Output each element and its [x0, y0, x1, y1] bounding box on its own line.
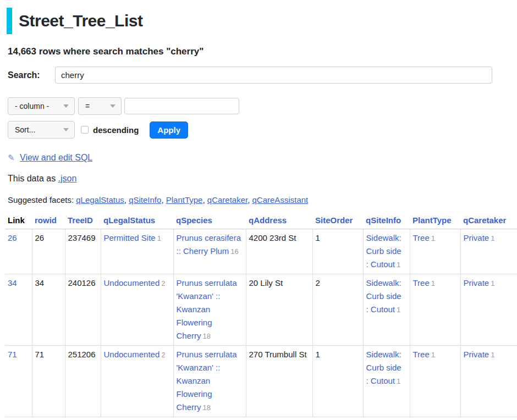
facet-count: 1	[157, 234, 161, 242]
chevron-down-icon	[63, 104, 69, 108]
cell-siteorder: 2	[312, 274, 363, 346]
view-edit-sql-link[interactable]: View and edit SQL	[20, 153, 92, 162]
column-header-siteorder[interactable]: SiteOrder	[312, 213, 363, 229]
cell-caretaker-link[interactable]: Private	[464, 278, 490, 288]
search-input[interactable]	[55, 67, 492, 84]
sort-row: Sort... descending Apply	[8, 121, 509, 139]
row-link[interactable]: 26	[8, 233, 17, 242]
accent-bar	[7, 8, 12, 34]
column-header-qsiteinfo[interactable]: qSiteInfo	[363, 213, 410, 229]
json-link[interactable]: .json	[58, 174, 77, 183]
column-header-qaddress[interactable]: qAddress	[246, 213, 312, 229]
facet-count: 1	[491, 351, 494, 359]
cell-rowid: 34	[32, 274, 65, 346]
facet-link-qcareassistant[interactable]: qCareAssistant	[252, 195, 309, 205]
page-title-text: Street_Tree_List	[19, 12, 142, 30]
cell-legal-link[interactable]: Permitted Site	[104, 233, 156, 242]
cell-address: 270 Trumbull St	[246, 346, 312, 417]
filter-operator-select-value: =	[85, 102, 90, 110]
search-row: Search:	[8, 67, 509, 84]
filter-operator-select[interactable]: =	[78, 97, 122, 115]
facet-count: 16	[230, 247, 238, 256]
column-header-qcaretaker[interactable]: qCaretaker	[460, 213, 517, 229]
results-table: Link rowid TreeID qLegalStatus qSpecies …	[5, 213, 517, 417]
cell-legal-link[interactable]: Undocumented	[104, 350, 160, 359]
facet-count: 1	[397, 261, 400, 269]
cell-rowid: 71	[32, 346, 65, 417]
column-header-qlegalstatus[interactable]: qLegalStatus	[101, 213, 173, 229]
chevron-down-icon	[110, 104, 116, 108]
facet-count: 18	[203, 404, 211, 412]
facet-count: 1	[491, 234, 494, 242]
facet-link-qsiteinfo[interactable]: qSiteInfo	[129, 195, 161, 205]
cell-caretaker-link[interactable]: Private	[464, 233, 490, 242]
page-title: Street_Tree_List	[7, 8, 509, 34]
cell-address: 20 Lily St	[246, 274, 312, 346]
descending-label: descending	[93, 125, 139, 135]
column-header-link: Link	[5, 213, 32, 229]
cell-legal-link[interactable]: Undocumented	[104, 278, 160, 288]
apply-button[interactable]: Apply	[150, 121, 188, 139]
cell-address: 4200 23rd St	[246, 229, 312, 274]
cell-planttype-link[interactable]: Tree	[413, 350, 430, 359]
facet-count: 1	[397, 306, 400, 314]
cell-treeid: 240126	[65, 274, 101, 346]
facet-count: 1	[491, 279, 494, 288]
filter-row: - column - =	[8, 97, 509, 115]
facet-count: 2	[161, 279, 165, 288]
search-label: Search:	[8, 70, 55, 80]
cell-treeid: 251206	[65, 346, 101, 417]
page: Street_Tree_List 14,663 rows where searc…	[0, 8, 517, 417]
facet-count: 1	[431, 234, 435, 242]
cell-species-link[interactable]: Prunus serrulata 'Kwanzan' :: Kwanzan Fl…	[177, 350, 237, 412]
cell-siteorder: 1	[312, 346, 363, 417]
cell-caretaker-link[interactable]: Private	[464, 350, 490, 359]
column-header-qspecies[interactable]: qSpecies	[173, 213, 246, 229]
facet-count: 1	[397, 377, 400, 385]
row-link[interactable]: 71	[8, 350, 17, 359]
pencil-icon: ✎	[8, 153, 15, 162]
cell-planttype-link[interactable]: Tree	[413, 278, 430, 288]
facet-count: 1	[431, 279, 435, 288]
facets-prefix: Suggested facets:	[8, 195, 76, 205]
sort-select[interactable]: Sort...	[8, 121, 75, 139]
chevron-down-icon	[63, 128, 69, 131]
filter-column-select-value: - column -	[15, 102, 49, 110]
cell-rowid: 26	[32, 229, 65, 274]
data-export-line: This data as .json	[8, 174, 509, 184]
facet-count: 2	[161, 351, 165, 359]
column-header-planttype[interactable]: PlantType	[410, 213, 460, 229]
descending-checkbox[interactable]	[81, 126, 89, 134]
sql-line: ✎ View and edit SQL	[8, 153, 509, 163]
column-header-rowid[interactable]: rowid	[32, 213, 65, 229]
table-row: 34 34 240126 Undocumented2 Prunus serrul…	[5, 274, 517, 346]
cell-species-link[interactable]: Prunus serrulata 'Kwanzan' :: Kwanzan Fl…	[177, 278, 237, 340]
table-header-row: Link rowid TreeID qLegalStatus qSpecies …	[5, 213, 517, 229]
cell-planttype-link[interactable]: Tree	[413, 233, 430, 242]
row-count-summary: 14,663 rows where search matches "cherry…	[8, 46, 509, 57]
table-row: 26 26 237469 Permitted Site1 Prunus cera…	[5, 229, 517, 274]
row-link[interactable]: 34	[8, 278, 17, 288]
suggested-facets-line: Suggested facets: qLegalStatus, qSiteInf…	[8, 195, 509, 205]
column-header-treeid[interactable]: TreeID	[65, 213, 101, 229]
filter-column-select[interactable]: - column -	[8, 97, 75, 115]
facet-count: 1	[431, 351, 435, 359]
data-as-prefix: This data as	[8, 174, 58, 183]
filter-value-input[interactable]	[124, 98, 239, 114]
cell-treeid: 237469	[65, 229, 101, 274]
facet-link-qcaretaker[interactable]: qCaretaker	[207, 195, 248, 205]
facet-link-qlegalstatus[interactable]: qLegalStatus	[76, 195, 124, 205]
table-row: 71 71 251206 Undocumented2 Prunus serrul…	[5, 346, 517, 417]
facet-count: 18	[203, 332, 211, 340]
facet-link-planttype[interactable]: PlantType	[166, 195, 203, 205]
cell-siteorder: 1	[312, 229, 363, 274]
sort-select-value: Sort...	[15, 125, 35, 134]
